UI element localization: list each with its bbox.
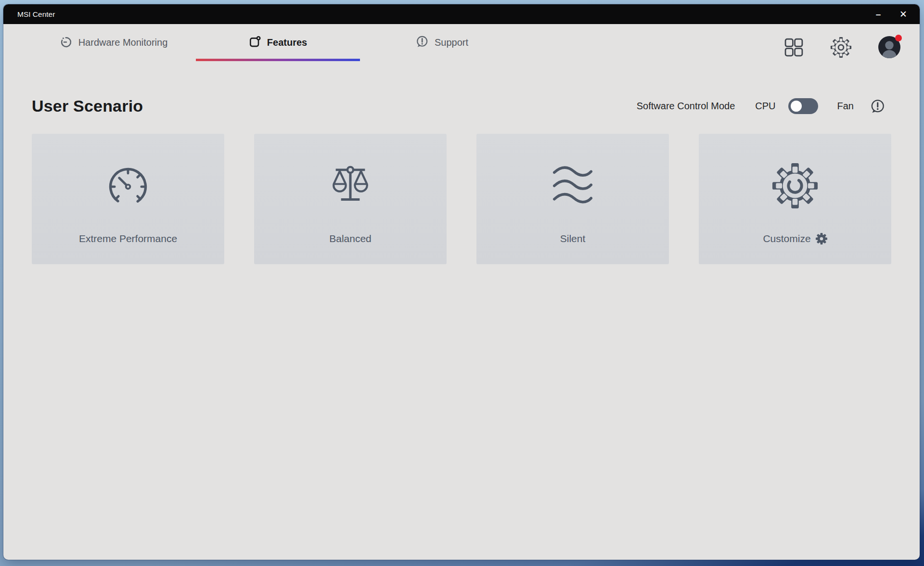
support-bubble-icon — [416, 35, 428, 50]
minimize-button[interactable]: – — [866, 4, 891, 24]
waves-icon — [550, 163, 596, 209]
title-bar: MSI Center – ✕ — [3, 4, 920, 24]
toggle-knob — [791, 101, 802, 112]
cpu-option-label: CPU — [755, 101, 775, 112]
notification-dot — [895, 35, 902, 41]
card-label: Customize — [763, 233, 810, 244]
page-title: User Scenario — [32, 97, 143, 116]
msi-center-window: MSI Center – ✕ Hardware Monitoring — [3, 4, 920, 560]
card-customize[interactable]: Customize — [699, 134, 891, 264]
cpu-fan-toggle[interactable] — [788, 98, 818, 114]
tab-support[interactable]: Support — [360, 24, 524, 61]
close-button[interactable]: ✕ — [891, 4, 916, 24]
user-scenario-cards: Extreme Performance — [32, 134, 892, 264]
tab-features[interactable]: Features — [196, 24, 360, 61]
gear-outline-icon — [771, 163, 819, 209]
tab-label: Hardware Monitoring — [78, 37, 168, 48]
card-extreme-performance[interactable]: Extreme Performance — [32, 134, 224, 264]
tab-label: Support — [435, 37, 468, 48]
active-tab-underline — [196, 59, 360, 61]
gauge-icon — [60, 36, 72, 50]
software-control-mode-label: Software Control Mode — [637, 101, 735, 112]
software-control-mode-row: Software Control Mode CPU Fan — [637, 98, 885, 114]
card-label: Extreme Performance — [79, 233, 177, 244]
tab-label: Features — [267, 37, 307, 48]
features-page: User Scenario Software Control Mode CPU … — [3, 97, 920, 264]
profile-avatar[interactable] — [878, 36, 900, 58]
header-actions — [784, 36, 900, 58]
features-icon — [249, 36, 261, 50]
tab-hardware-monitoring[interactable]: Hardware Monitoring — [32, 24, 196, 61]
balance-scale-icon — [328, 163, 372, 209]
speedometer-icon — [104, 163, 152, 209]
fan-option-label: Fan — [837, 101, 854, 112]
settings-gear-icon[interactable] — [830, 37, 852, 58]
card-silent[interactable]: Silent — [476, 134, 669, 264]
card-balanced[interactable]: Balanced — [254, 134, 447, 264]
apps-grid-icon[interactable] — [784, 38, 804, 57]
card-label: Balanced — [329, 233, 372, 244]
card-label: Silent — [560, 233, 586, 244]
info-bubble-icon[interactable] — [870, 99, 885, 114]
small-gear-icon — [816, 233, 827, 244]
window-title: MSI Center — [17, 10, 55, 19]
